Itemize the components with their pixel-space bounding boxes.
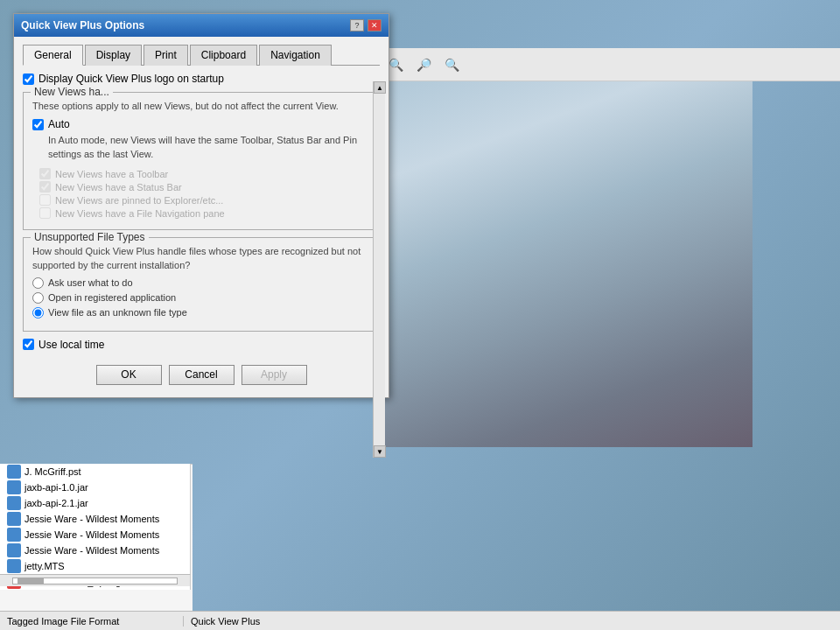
list-item[interactable]: Jessie Ware - Wildest Moments	[0, 527, 190, 542]
radio-open: Open in registered application	[32, 292, 370, 304]
help-button[interactable]: ?	[350, 19, 364, 32]
apply-button[interactable]: Apply	[242, 365, 307, 385]
auto-label: Auto	[48, 118, 70, 130]
auto-checkbox-row: Auto	[32, 118, 370, 130]
radio-view-input[interactable]	[32, 307, 44, 318]
nav-pane-label: New Views have a File Navigation pane	[55, 208, 225, 219]
titlebar-buttons: ? ✕	[350, 19, 382, 32]
file-icon	[7, 465, 21, 479]
status-left: Tagged Image File Format	[0, 616, 184, 626]
dialog-title: Quick View Plus Options	[21, 19, 144, 32]
file-name: Jessie Ware - Wildest Moments	[24, 545, 159, 556]
file-name: jaxb-api-1.0.jar	[24, 482, 88, 493]
file-icon	[7, 480, 21, 494]
file-icon	[7, 512, 21, 526]
file-name: Jessie Ware - Wildest Moments	[24, 529, 159, 540]
image-preview	[376, 81, 752, 447]
toolbar-checkbox	[39, 168, 51, 179]
disabled-option-navigation: New Views have a File Navigation pane	[39, 207, 370, 219]
radio-ask-label: Ask user what to do	[48, 277, 133, 288]
zoom-out-button[interactable]: 🔎	[411, 52, 436, 77]
file-name: J. McGriff.pst	[24, 466, 81, 477]
nav-pane-checkbox	[39, 207, 51, 219]
radio-ask: Ask user what to do	[32, 277, 370, 289]
dialog-titlebar: Quick View Plus Options ? ✕	[14, 14, 388, 37]
tab-print[interactable]: Print	[144, 45, 188, 66]
startup-logo-checkbox[interactable]	[23, 74, 34, 85]
statusbar-checkbox	[39, 181, 51, 192]
fit-page-button[interactable]: 🔍	[439, 52, 464, 77]
close-button[interactable]: ✕	[368, 19, 382, 32]
scroll-down-arrow[interactable]: ▼	[374, 445, 386, 458]
startup-logo-row: Display Quick View Plus logo on startup	[23, 73, 380, 85]
radio-open-label: Open in registered application	[48, 292, 176, 303]
file-list-container: J. McGriff.pst jaxb-api-1.0.jar jaxb-api…	[0, 464, 191, 590]
auto-checkbox[interactable]	[32, 119, 44, 130]
unsupported-desc: How should Quick View Plus handle files …	[32, 245, 370, 272]
vertical-scrollbar[interactable]: ▲ ▼	[373, 81, 385, 458]
new-views-group: New Views ha... These options apply to a…	[23, 92, 380, 230]
radio-view-label: View file as an unknown file type	[48, 307, 187, 318]
radio-open-input[interactable]	[32, 292, 44, 304]
status-bar: Tagged Image File Format Quick View Plus	[0, 611, 840, 630]
list-item[interactable]: Jessie Ware - Wildest Moments	[0, 511, 190, 527]
startup-logo-label: Display Quick View Plus logo on startup	[38, 73, 224, 85]
file-icon	[7, 559, 21, 573]
unsupported-types-group: Unsupported File Types How should Quick …	[23, 237, 380, 332]
local-time-checkbox[interactable]	[23, 339, 34, 350]
file-name: jaxb-api-2.1.jar	[24, 498, 88, 508]
list-item[interactable]: jetty.MTS	[0, 558, 190, 574]
horizontal-scrollbar[interactable]	[0, 574, 191, 586]
list-item[interactable]: J. McGriff.pst	[0, 464, 190, 480]
scrollbar-thumb[interactable]	[18, 578, 44, 584]
toolbar-area: 🔍 🔎 🔍	[376, 48, 840, 81]
options-dialog: Quick View Plus Options ? ✕ General Disp…	[13, 13, 389, 398]
auto-desc: In Auto mode, new Views will have the sa…	[48, 134, 370, 161]
tab-bar: General Display Print Clipboard Navigati…	[23, 44, 380, 66]
scroll-up-arrow[interactable]: ▲	[374, 81, 386, 94]
dialog-content: General Display Print Clipboard Navigati…	[14, 37, 388, 397]
list-item[interactable]: jaxb-api-1.0.jar	[0, 480, 190, 495]
statusbar-label: New Views have a Status Bar	[55, 182, 182, 192]
pinned-label: New Views are pinned to Explorer/etc...	[55, 195, 223, 206]
file-name: jetty.MTS	[24, 561, 65, 571]
new-views-group-label: New Views ha...	[31, 86, 113, 98]
radio-view: View file as an unknown file type	[32, 307, 370, 318]
dialog-buttons: OK Cancel Apply	[23, 358, 380, 388]
local-time-row: Use local time	[23, 339, 380, 351]
ok-button[interactable]: OK	[96, 365, 162, 385]
cancel-button[interactable]: Cancel	[169, 365, 234, 385]
tab-general[interactable]: General	[23, 45, 83, 66]
disabled-option-toolbar: New Views have a Toolbar	[39, 168, 370, 179]
status-right: Quick View Plus	[184, 616, 267, 626]
file-icon	[7, 496, 21, 510]
disabled-option-pinned: New Views are pinned to Explorer/etc...	[39, 194, 370, 206]
list-item[interactable]: jaxb-api-2.1.jar	[0, 495, 190, 511]
file-icon	[7, 543, 21, 557]
radio-group: Ask user what to do Open in registered a…	[32, 277, 370, 318]
file-name: Jessie Ware - Wildest Moments	[24, 514, 159, 524]
tab-clipboard[interactable]: Clipboard	[190, 45, 257, 66]
tab-display[interactable]: Display	[85, 45, 142, 66]
tab-navigation[interactable]: Navigation	[259, 45, 332, 66]
unsupported-types-label: Unsupported File Types	[31, 231, 149, 243]
file-icon	[7, 528, 21, 542]
radio-ask-input[interactable]	[32, 277, 44, 289]
pinned-checkbox	[39, 194, 51, 206]
list-item[interactable]: Jessie Ware - Wildest Moments	[0, 542, 190, 558]
disabled-option-statusbar: New Views have a Status Bar	[39, 181, 370, 192]
local-time-label: Use local time	[38, 339, 104, 351]
new-views-desc: These options apply to all new Views, bu…	[32, 100, 370, 113]
toolbar-label: New Views have a Toolbar	[55, 169, 168, 179]
